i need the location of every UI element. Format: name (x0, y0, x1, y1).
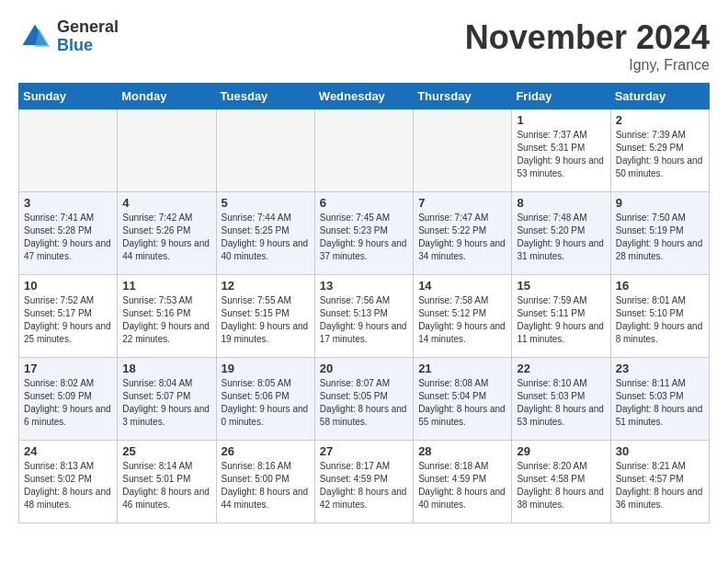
day-info: Sunrise: 7:53 AMSunset: 5:16 PMDaylight:… (122, 294, 210, 346)
weekday-header-tuesday: Tuesday (216, 84, 314, 109)
month-title: November 2024 (465, 18, 710, 57)
day-info: Sunrise: 7:56 AMSunset: 5:13 PMDaylight:… (320, 294, 408, 346)
day-number: 4 (122, 196, 210, 210)
day-cell: 17Sunrise: 8:02 AMSunset: 5:09 PMDayligh… (19, 358, 118, 441)
day-cell: 21Sunrise: 8:08 AMSunset: 5:04 PMDayligh… (414, 358, 512, 441)
day-cell: 10Sunrise: 7:52 AMSunset: 5:17 PMDayligh… (19, 275, 118, 358)
day-cell (19, 109, 118, 192)
day-number: 28 (418, 444, 506, 458)
day-cell (314, 109, 413, 192)
day-cell: 2Sunrise: 7:39 AMSunset: 5:29 PMDaylight… (610, 109, 709, 192)
day-cell: 8Sunrise: 7:48 AMSunset: 5:20 PMDaylight… (512, 192, 610, 275)
day-number: 26 (222, 444, 310, 458)
day-cell: 6Sunrise: 7:45 AMSunset: 5:23 PMDaylight… (314, 192, 413, 275)
day-cell: 20Sunrise: 8:07 AMSunset: 5:05 PMDayligh… (314, 358, 413, 441)
logo: General Blue (18, 18, 119, 55)
day-info: Sunrise: 7:37 AMSunset: 5:31 PMDaylight:… (517, 129, 605, 180)
day-info: Sunrise: 7:47 AMSunset: 5:22 PMDaylight:… (418, 212, 506, 263)
day-info: Sunrise: 8:17 AMSunset: 4:59 PMDaylight:… (320, 460, 408, 511)
day-number: 23 (616, 362, 704, 375)
day-cell: 1Sunrise: 7:37 AMSunset: 5:31 PMDaylight… (512, 109, 610, 192)
day-number: 18 (122, 362, 210, 375)
weekday-header-saturday: Saturday (610, 84, 709, 109)
day-cell (414, 109, 512, 192)
day-info: Sunrise: 7:44 AMSunset: 5:25 PMDaylight:… (222, 212, 310, 263)
day-number: 2 (616, 113, 704, 127)
week-row-2: 3Sunrise: 7:41 AMSunset: 5:28 PMDaylight… (19, 192, 710, 275)
week-row-5: 24Sunrise: 8:13 AMSunset: 5:02 PMDayligh… (19, 441, 710, 523)
day-cell (216, 109, 314, 192)
day-info: Sunrise: 7:58 AMSunset: 5:12 PMDaylight:… (418, 294, 506, 346)
day-number: 5 (222, 196, 310, 210)
day-cell: 30Sunrise: 8:21 AMSunset: 4:57 PMDayligh… (610, 441, 709, 523)
day-info: Sunrise: 8:10 AMSunset: 5:03 PMDaylight:… (517, 377, 605, 429)
day-number: 9 (616, 196, 704, 210)
day-info: Sunrise: 8:07 AMSunset: 5:05 PMDaylight:… (320, 377, 408, 429)
day-number: 17 (24, 362, 112, 375)
day-cell: 4Sunrise: 7:42 AMSunset: 5:26 PMDaylight… (118, 192, 216, 275)
day-cell: 14Sunrise: 7:58 AMSunset: 5:12 PMDayligh… (414, 275, 512, 358)
day-info: Sunrise: 8:14 AMSunset: 5:01 PMDaylight:… (122, 460, 210, 511)
day-info: Sunrise: 7:45 AMSunset: 5:23 PMDaylight:… (320, 212, 408, 263)
day-info: Sunrise: 7:42 AMSunset: 5:26 PMDaylight:… (122, 212, 210, 263)
day-number: 14 (418, 279, 506, 293)
day-number: 11 (122, 279, 210, 293)
day-number: 15 (517, 279, 605, 293)
day-number: 1 (517, 113, 605, 127)
day-info: Sunrise: 8:13 AMSunset: 5:02 PMDaylight:… (24, 460, 112, 511)
day-info: Sunrise: 8:21 AMSunset: 4:57 PMDaylight:… (616, 460, 704, 511)
day-cell: 16Sunrise: 8:01 AMSunset: 5:10 PMDayligh… (610, 275, 709, 358)
day-number: 21 (418, 362, 506, 375)
weekday-header-sunday: Sunday (19, 84, 118, 109)
day-number: 10 (24, 279, 112, 293)
weekday-header-thursday: Thursday (414, 84, 512, 109)
day-info: Sunrise: 8:02 AMSunset: 5:09 PMDaylight:… (24, 377, 112, 429)
day-cell: 12Sunrise: 7:55 AMSunset: 5:15 PMDayligh… (216, 275, 314, 358)
day-cell: 18Sunrise: 8:04 AMSunset: 5:07 PMDayligh… (118, 358, 216, 441)
day-cell: 7Sunrise: 7:47 AMSunset: 5:22 PMDaylight… (414, 192, 512, 275)
day-info: Sunrise: 8:11 AMSunset: 5:03 PMDaylight:… (616, 377, 704, 429)
day-info: Sunrise: 7:50 AMSunset: 5:19 PMDaylight:… (616, 212, 704, 263)
logo-blue-text: Blue (57, 37, 119, 55)
week-row-4: 17Sunrise: 8:02 AMSunset: 5:09 PMDayligh… (19, 358, 710, 441)
day-cell: 13Sunrise: 7:56 AMSunset: 5:13 PMDayligh… (314, 275, 413, 358)
day-number: 22 (517, 362, 605, 375)
title-area: November 2024 Igny, France (465, 18, 710, 74)
day-number: 19 (222, 362, 310, 375)
day-cell: 28Sunrise: 8:18 AMSunset: 4:59 PMDayligh… (414, 441, 512, 523)
day-cell: 3Sunrise: 7:41 AMSunset: 5:28 PMDaylight… (19, 192, 118, 275)
logo-text: General Blue (57, 18, 119, 55)
day-cell: 24Sunrise: 8:13 AMSunset: 5:02 PMDayligh… (19, 441, 118, 523)
day-info: Sunrise: 8:18 AMSunset: 4:59 PMDaylight:… (418, 460, 506, 511)
logo-icon (18, 20, 51, 53)
day-number: 12 (222, 279, 310, 293)
day-info: Sunrise: 7:41 AMSunset: 5:28 PMDaylight:… (24, 212, 112, 263)
header: General Blue November 2024 Igny, France (18, 18, 710, 74)
location: Igny, France (465, 57, 710, 74)
day-info: Sunrise: 8:01 AMSunset: 5:10 PMDaylight:… (616, 294, 704, 346)
day-cell: 11Sunrise: 7:53 AMSunset: 5:16 PMDayligh… (118, 275, 216, 358)
day-number: 24 (24, 444, 112, 458)
day-cell: 25Sunrise: 8:14 AMSunset: 5:01 PMDayligh… (118, 441, 216, 523)
day-info: Sunrise: 7:52 AMSunset: 5:17 PMDaylight:… (24, 294, 112, 346)
day-number: 29 (517, 444, 605, 458)
day-cell: 26Sunrise: 8:16 AMSunset: 5:00 PMDayligh… (216, 441, 314, 523)
day-cell: 5Sunrise: 7:44 AMSunset: 5:25 PMDaylight… (216, 192, 314, 275)
weekday-header-monday: Monday (118, 84, 216, 109)
day-number: 7 (418, 196, 506, 210)
calendar-table: SundayMondayTuesdayWednesdayThursdayFrid… (18, 83, 710, 523)
logo-general-text: General (57, 18, 119, 37)
weekday-header-row: SundayMondayTuesdayWednesdayThursdayFrid… (19, 84, 710, 109)
day-cell: 9Sunrise: 7:50 AMSunset: 5:19 PMDaylight… (610, 192, 709, 275)
day-number: 8 (517, 196, 605, 210)
day-number: 30 (616, 444, 704, 458)
day-info: Sunrise: 7:48 AMSunset: 5:20 PMDaylight:… (517, 212, 605, 263)
day-info: Sunrise: 8:20 AMSunset: 4:58 PMDaylight:… (517, 460, 605, 511)
day-cell: 19Sunrise: 8:05 AMSunset: 5:06 PMDayligh… (216, 358, 314, 441)
day-cell: 23Sunrise: 8:11 AMSunset: 5:03 PMDayligh… (610, 358, 709, 441)
day-info: Sunrise: 8:08 AMSunset: 5:04 PMDaylight:… (418, 377, 506, 429)
day-cell: 27Sunrise: 8:17 AMSunset: 4:59 PMDayligh… (314, 441, 413, 523)
weekday-header-friday: Friday (512, 84, 610, 109)
week-row-1: 1Sunrise: 7:37 AMSunset: 5:31 PMDaylight… (19, 109, 710, 192)
day-info: Sunrise: 8:05 AMSunset: 5:06 PMDaylight:… (222, 377, 310, 429)
